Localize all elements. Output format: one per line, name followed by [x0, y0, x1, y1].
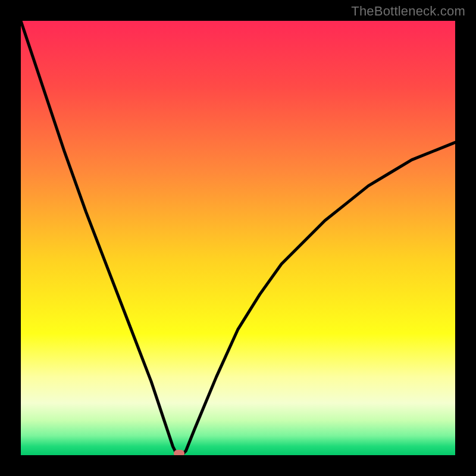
watermark-text: TheBottleneck.com: [351, 4, 465, 19]
chart-frame: TheBottleneck.com: [0, 0, 476, 476]
min-point-marker: [174, 450, 184, 455]
bottleneck-curve: [21, 21, 455, 455]
plot-area: [21, 21, 455, 455]
